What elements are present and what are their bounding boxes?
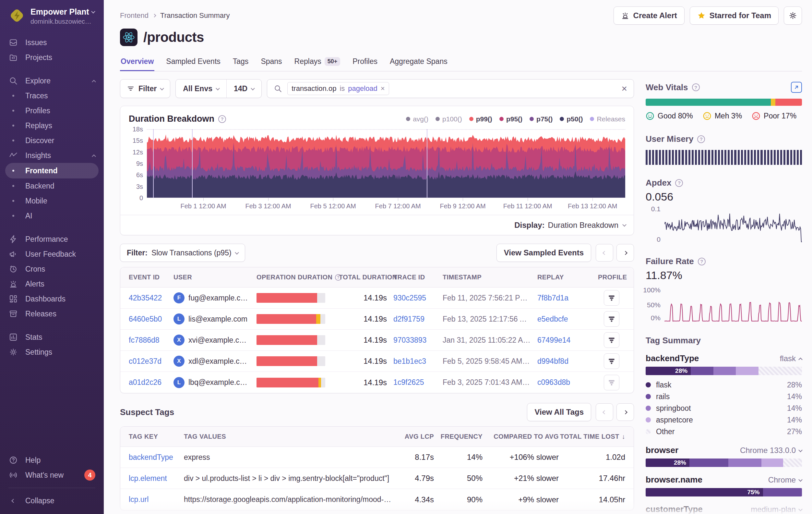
sidebar-item-settings[interactable]: Settings <box>0 345 104 359</box>
org-switcher[interactable]: Empower Plant dominik.buszowiec… <box>0 7 104 25</box>
next-page-button[interactable] <box>616 403 634 421</box>
sidebar-item-releases[interactable]: Releases <box>0 306 104 321</box>
help-icon[interactable]: ? <box>697 135 705 143</box>
create-alert-button[interactable]: Create Alert <box>613 6 685 25</box>
table-row[interactable]: 42b35422 Ffug@example.c… 14.19s 930c2595… <box>120 288 634 308</box>
replay-id-link[interactable]: e5edbcfe <box>537 315 591 324</box>
sidebar-item-whats-new[interactable]: What's new 4 <box>0 468 104 483</box>
profile-button[interactable] <box>604 332 619 348</box>
table-row[interactable]: a01d2c26 Llbq@example.c… 14.19s 1c9f2625… <box>120 372 634 393</box>
tab-tags[interactable]: Tags <box>232 56 250 71</box>
tab-profiles[interactable]: Profiles <box>352 56 378 71</box>
sidebar-item-stats[interactable]: Stats <box>0 330 104 345</box>
sidebar-collapse-button[interactable]: Collapse <box>0 493 104 508</box>
sidebar-item-projects[interactable]: Projects <box>0 50 104 65</box>
tag-key-link[interactable]: lcp.url <box>129 495 177 504</box>
legend-item[interactable]: avg() <box>406 115 428 123</box>
tag-value-selector[interactable]: medium-plan <box>751 505 802 514</box>
legend-item[interactable]: p100() <box>436 115 462 123</box>
tag-legend-item[interactable]: rails14% <box>646 391 802 402</box>
display-selector[interactable]: Display: Duration Breakdown <box>120 215 634 235</box>
sidebar-item-ai[interactable]: AI <box>0 208 104 223</box>
sidebar-item-traces[interactable]: Traces <box>0 88 104 103</box>
trace-id-link[interactable]: d2f91759 <box>393 315 436 324</box>
profile-button[interactable] <box>604 290 619 306</box>
legend-item[interactable]: p75() <box>529 115 553 123</box>
profile-button[interactable] <box>604 375 619 390</box>
view-all-tags-button[interactable]: View All Tags <box>527 403 591 421</box>
legend-item[interactable]: Releases <box>590 115 625 123</box>
environment-selector[interactable]: All Envs <box>176 80 226 98</box>
profile-button[interactable] <box>604 353 619 369</box>
help-icon[interactable]: ? <box>218 115 226 123</box>
remove-token-icon[interactable]: × <box>381 84 385 93</box>
breadcrumb-frontend[interactable]: Frontend <box>120 11 148 20</box>
filter-button[interactable]: Filter <box>120 79 170 98</box>
table-row[interactable]: lcp.element div > ul.products-list > li … <box>120 468 634 489</box>
legend-item[interactable]: p95() <box>499 115 522 123</box>
legend-item[interactable]: p99() <box>469 115 492 123</box>
trace-id-link[interactable]: 1c9f2625 <box>393 378 436 387</box>
tag-key-link[interactable]: backendType <box>129 453 177 462</box>
next-page-button[interactable] <box>616 244 634 262</box>
tag-distribution-bar[interactable]: 28% <box>646 459 802 467</box>
date-range-selector[interactable]: 14D <box>226 80 261 98</box>
replay-id-link[interactable]: 67499e14 <box>537 336 591 345</box>
sidebar-section-explore[interactable]: Explore <box>0 73 104 88</box>
tag-legend-item[interactable]: aspnetcore14% <box>646 414 802 426</box>
trace-id-link[interactable]: 930c2595 <box>393 294 436 302</box>
search-token[interactable]: transaction.op is pageload × <box>287 82 389 95</box>
sidebar-item-frontend[interactable]: Frontend <box>5 163 98 179</box>
failure-rate-chart[interactable] <box>664 286 802 322</box>
tag-distribution-bar[interactable]: 28% <box>646 367 802 375</box>
tab-overview[interactable]: Overview <box>120 56 154 71</box>
sidebar-item-profiles[interactable]: Profiles <box>0 103 104 118</box>
transactions-filter-selector[interactable]: Filter: Slow Transactions (p95) <box>120 244 245 262</box>
previous-page-button[interactable] <box>596 244 613 262</box>
chart-legend[interactable]: avg()p100()p99()p95()p75()p50()Releases <box>406 115 625 123</box>
external-link-icon[interactable] <box>791 82 802 93</box>
tag-legend-item[interactable]: Other27% <box>646 426 802 437</box>
view-sampled-events-button[interactable]: View Sampled Events <box>496 244 591 262</box>
sidebar-item-mobile[interactable]: Mobile <box>0 193 104 208</box>
tag-value-selector[interactable]: Chrome <box>768 476 802 485</box>
tag-value-selector[interactable]: Chrome 133.0.0 <box>740 446 802 455</box>
help-icon[interactable]: ? <box>675 179 683 187</box>
trace-id-link[interactable]: be1b1ec3 <box>393 357 436 366</box>
event-id-link[interactable]: fc7886d8 <box>129 336 167 345</box>
sidebar-item-dashboards[interactable]: Dashboards <box>0 291 104 306</box>
help-icon[interactable]: ? <box>692 83 700 91</box>
sidebar-section-insights[interactable]: Insights <box>0 148 104 163</box>
sidebar-item-issues[interactable]: Issues <box>0 35 104 50</box>
tab-aggregate-spans[interactable]: Aggregate Spans <box>389 56 448 71</box>
event-id-link[interactable]: 42b35422 <box>129 294 167 302</box>
sidebar-item-crons[interactable]: Crons <box>0 262 104 276</box>
sidebar-item-discover[interactable]: Discover <box>0 133 104 148</box>
sidebar-item-performance[interactable]: Performance <box>0 232 104 247</box>
tab-sampled-events[interactable]: Sampled Events <box>165 56 221 71</box>
sidebar-item-user-feedback[interactable]: User Feedback <box>0 247 104 262</box>
duration-breakdown-chart[interactable] <box>147 129 625 198</box>
settings-gear-button[interactable] <box>784 6 802 25</box>
web-vitals-bar[interactable] <box>646 99 802 106</box>
replay-id-link[interactable]: d994bf8d <box>537 357 591 366</box>
table-row[interactable]: c012e37d Xxdl@example.co… 14.19s be1b1ec… <box>120 351 634 372</box>
starred-for-team-button[interactable]: Starred for Team <box>690 6 779 25</box>
replay-id-link[interactable]: 7f8b7d1a <box>537 294 591 302</box>
sidebar-item-help[interactable]: Help <box>0 453 104 468</box>
table-row[interactable]: 6460e5b0 Llis@example.com 14.19s d2f9175… <box>120 308 634 330</box>
apdex-chart[interactable] <box>664 205 802 243</box>
search-input[interactable]: transaction.op is pageload × × <box>267 79 634 98</box>
tab-replays[interactable]: Replays50+ <box>294 56 341 71</box>
tag-distribution-bar[interactable]: 75% <box>646 488 802 496</box>
tag-value-selector[interactable]: flask <box>780 354 802 363</box>
user-misery-chart[interactable] <box>646 150 802 165</box>
clear-search-icon[interactable]: × <box>621 84 627 93</box>
sidebar-item-backend[interactable]: Backend <box>0 179 104 193</box>
event-id-link[interactable]: 6460e5b0 <box>129 315 167 324</box>
event-id-link[interactable]: a01d2c26 <box>129 378 167 387</box>
trace-id-link[interactable]: 97033893 <box>393 336 436 345</box>
legend-item[interactable]: p50() <box>560 115 583 123</box>
sort-column-header[interactable]: TOTAL TIME LOST↓ <box>565 433 625 440</box>
table-row[interactable]: backendType express 8.17s 14% +106% slow… <box>120 447 634 468</box>
